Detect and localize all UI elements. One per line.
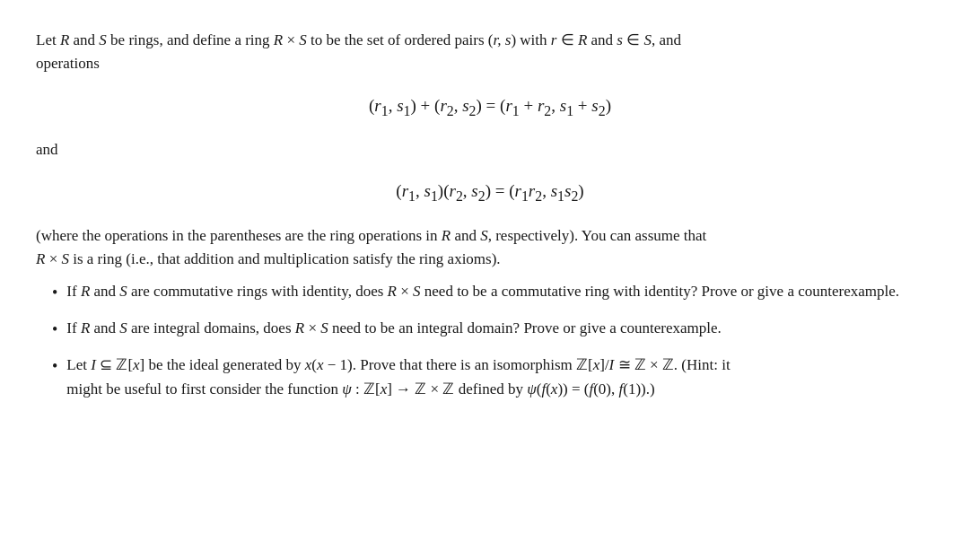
- bullet-list: • If R and S are commutative rings with …: [36, 280, 944, 400]
- bullet-text-1: If R and S are commutative rings with id…: [66, 280, 944, 303]
- bullet-dot-1: •: [52, 281, 57, 306]
- and-label: and: [36, 138, 944, 162]
- list-item: • If R and S are commutative rings with …: [52, 280, 944, 306]
- intro-paragraph: Let R and S be rings, and define a ring …: [36, 29, 944, 76]
- bullet-text-3: Let I ⊆ ℤ[x] be the ideal generated by x…: [66, 354, 944, 401]
- formula-addition: (r1, s1) + (r2, s2) = (r1 + r2, s1 + s2): [36, 92, 944, 122]
- bullet-dot-3: •: [52, 354, 57, 380]
- page-content: Let R and S be rings, and define a ring …: [36, 29, 944, 401]
- list-item: • Let I ⊆ ℤ[x] be the ideal generated by…: [52, 354, 944, 401]
- bullet-dot-2: •: [52, 318, 57, 343]
- list-item: • If R and S are integral domains, does …: [52, 317, 944, 343]
- formula-multiplication: (r1, s1)(r2, s2) = (r1r2, s1s2): [36, 178, 944, 207]
- bullet-text-2: If R and S are integral domains, does R …: [66, 317, 944, 340]
- note-paragraph: (where the operations in the parentheses…: [36, 224, 944, 272]
